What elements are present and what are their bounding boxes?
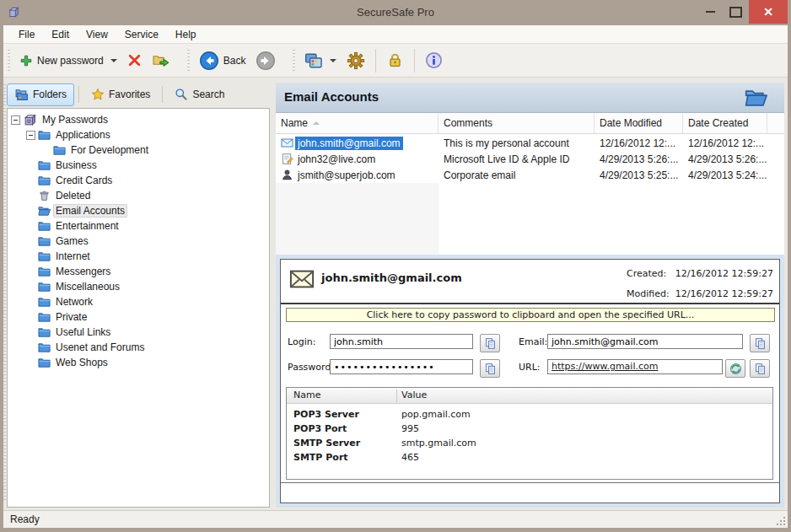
settings-button[interactable]	[342, 48, 370, 73]
tree-item-applications[interactable]: Applications	[8, 127, 269, 142]
password-label: Password:	[288, 362, 334, 373]
folder-icon	[38, 250, 51, 263]
toolbar: New password Back	[3, 44, 788, 78]
new-password-label: New password	[37, 55, 104, 67]
tree-item-deleted[interactable]: Deleted	[8, 188, 269, 203]
table-row[interactable]: POP3 Port 995	[287, 423, 772, 438]
tree-item-my-passwords[interactable]: My Passwords	[8, 112, 269, 127]
copy-email-button[interactable]	[750, 334, 770, 352]
tree-item-for-development[interactable]: For Development	[8, 142, 269, 158]
copy-url-button[interactable]	[750, 359, 770, 378]
back-button[interactable]: Back	[194, 47, 251, 74]
tab-folders[interactable]: Folders	[7, 83, 74, 106]
tree-item-messengers[interactable]: Messengers	[8, 264, 269, 279]
panel-gripper[interactable]	[3, 84, 6, 502]
tree-item-useful-links[interactable]: Useful Links	[8, 325, 269, 340]
tree-item-miscellaneous[interactable]: Miscellaneous	[8, 279, 269, 294]
table-row[interactable]: POP3 Server pop.gmail.com	[287, 409, 772, 423]
copy-and-open-bar[interactable]: Click here to copy password to clipboard…	[286, 308, 775, 322]
menu-edit[interactable]: Edit	[43, 26, 78, 43]
menu-service[interactable]: Service	[116, 26, 167, 43]
advanced-table-header: Name Value	[287, 388, 772, 404]
delete-button[interactable]	[122, 50, 147, 71]
lock-icon	[386, 51, 404, 69]
menu-help[interactable]: Help	[167, 26, 205, 43]
column-header-comments[interactable]: Comments	[439, 113, 595, 133]
new-password-button[interactable]: New password	[14, 51, 122, 71]
forward-button[interactable]	[250, 47, 281, 74]
list-header: Name Comments Date Modified Date Created	[276, 113, 784, 134]
detail-card: john.smith@gmail.com Created: 12/16/2012…	[280, 259, 780, 503]
column-header-date-modified[interactable]: Date Modified	[595, 113, 683, 133]
url-link[interactable]: https://www.gmail.com	[552, 361, 658, 372]
folder-icon	[38, 129, 51, 142]
advanced-column-name[interactable]: Name	[293, 390, 320, 400]
menu-view[interactable]: View	[78, 26, 116, 43]
minimize-icon	[706, 11, 715, 13]
tree-item-games[interactable]: Games	[8, 234, 269, 249]
export-icon	[152, 52, 170, 68]
back-label: Back	[223, 55, 246, 67]
title-bar[interactable]: SecureSafe Pro ✕	[0, 0, 791, 25]
table-row[interactable]: SMTP Port 465	[287, 452, 772, 466]
copy-login-button[interactable]	[480, 334, 500, 352]
delete-icon	[127, 53, 142, 67]
list-row[interactable]: john.smith@gmail.com This is my personal…	[276, 135, 784, 151]
about-button[interactable]	[420, 48, 448, 73]
resize-grip[interactable]	[774, 514, 785, 525]
copy-icon	[754, 363, 767, 375]
status-bar: Ready	[3, 510, 788, 528]
open-url-button[interactable]	[725, 359, 745, 378]
lock-button[interactable]	[381, 48, 409, 73]
sort-ascending-icon	[313, 121, 320, 125]
gear-icon	[347, 51, 365, 70]
toolbar-gripper[interactable]	[187, 50, 190, 72]
folder-icon	[38, 235, 51, 248]
back-icon	[199, 51, 219, 71]
folder-tree: My Passwords Applications For Developmen…	[7, 108, 270, 508]
export-button[interactable]	[147, 49, 175, 72]
collapse-icon[interactable]	[26, 131, 35, 140]
column-header-date-created[interactable]: Date Created	[683, 113, 767, 133]
star-icon	[91, 88, 105, 101]
tab-search[interactable]: Search	[167, 83, 232, 105]
detail-tab-bar: Comments Advanced	[284, 482, 288, 497]
view-mode-button[interactable]	[299, 48, 342, 73]
tree-item-private[interactable]: Private	[8, 309, 269, 325]
copy-icon	[754, 337, 767, 350]
tree-item-usenet-and-forums[interactable]: Usenet and Forums	[8, 340, 269, 355]
table-row[interactable]: SMTP Server smtp.gmail.com	[287, 438, 772, 452]
page-title: Email Accounts	[284, 89, 379, 104]
envelope-icon	[281, 137, 293, 149]
minimize-button[interactable]	[698, 0, 722, 24]
close-button[interactable]: ✕	[749, 0, 788, 24]
login-field[interactable]	[330, 334, 473, 349]
copy-password-button[interactable]	[480, 359, 500, 378]
tab-favorites[interactable]: Favorites	[83, 83, 158, 105]
tree-item-network[interactable]: Network	[8, 294, 269, 309]
tree-item-entertainment[interactable]: Entertainment	[8, 218, 269, 234]
toolbar-separator	[375, 49, 376, 73]
tree-item-web-shops[interactable]: Web Shops	[8, 355, 269, 370]
tree-item-email-accounts[interactable]: Email Accounts	[8, 203, 269, 218]
list-row[interactable]: jsmith@superjob.com Corporate email 4/29…	[276, 167, 784, 183]
toolbar-gripper[interactable]	[293, 50, 295, 72]
folder-icon	[38, 357, 51, 369]
email-field[interactable]	[547, 334, 743, 349]
advanced-column-value[interactable]: Value	[401, 390, 427, 400]
chevron-down-icon[interactable]	[330, 59, 336, 62]
tree-item-business[interactable]: Business	[8, 158, 269, 173]
list-row[interactable]: john32@live.com Microsoft Live ID & Appl…	[276, 151, 784, 167]
chevron-down-icon[interactable]	[110, 59, 117, 62]
menu-file[interactable]: File	[10, 26, 43, 43]
url-field[interactable]: https://www.gmail.com	[547, 359, 723, 374]
maximize-button[interactable]	[724, 0, 747, 24]
tree-item-credit-cards[interactable]: Credit Cards	[8, 173, 269, 188]
tree-item-internet[interactable]: Internet	[8, 249, 269, 264]
collapse-icon[interactable]	[11, 116, 20, 125]
toolbar-gripper[interactable]	[8, 50, 10, 72]
password-field[interactable]	[330, 359, 473, 374]
tab-search-label: Search	[192, 89, 224, 100]
column-header-name[interactable]: Name	[276, 113, 439, 133]
plus-icon	[19, 54, 33, 67]
